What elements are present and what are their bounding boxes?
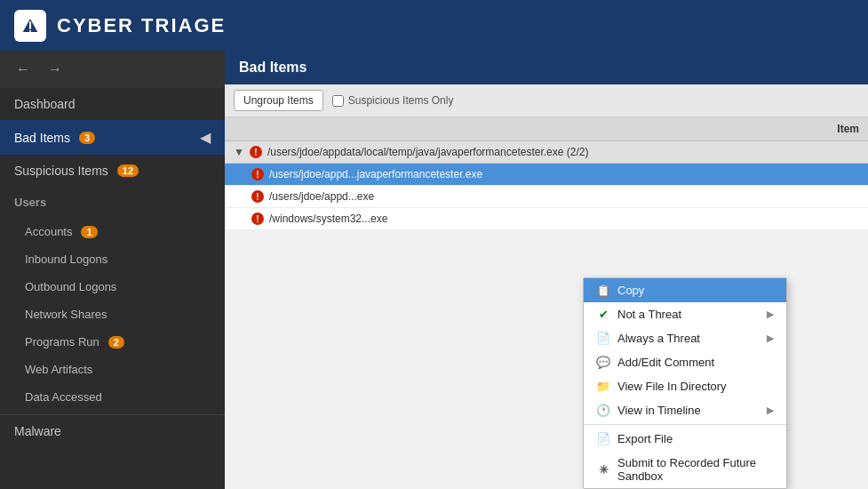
submenu-arrow-icon2: ▶ — [767, 333, 774, 344]
bad-items-badge: 3 — [79, 132, 95, 144]
content-title: Bad Items — [225, 51, 868, 84]
table-row[interactable]: ! /users/jdoe/appd...exe — [225, 186, 868, 208]
submenu-arrow-icon: ▶ — [767, 309, 774, 320]
context-menu-item-submit-sandbox[interactable]: ✳ Submit to Recorded Future Sandbox — [584, 451, 786, 488]
context-menu-item-export-file[interactable]: 📄 Export File — [584, 427, 786, 451]
context-menu-item-view-file[interactable]: 📁 View File In Directory — [584, 374, 786, 398]
context-menu-item-add-comment[interactable]: 💬 Add/Edit Comment — [584, 350, 786, 374]
data-accessed-label: Data Accessed — [25, 390, 102, 404]
sidebar: ← → Dashboard Bad Items 3 ◀ Suspicious I… — [0, 51, 225, 489]
app-title: CYBER TRIAGE — [57, 14, 226, 37]
programs-run-label: Programs Run — [25, 335, 100, 349]
expand-icon: ▼ — [234, 146, 244, 158]
threat-icon-row2: ! — [251, 190, 264, 203]
context-menu-item-view-timeline[interactable]: 🕐 View in Timeline ▶ — [584, 398, 786, 422]
programs-run-badge: 2 — [108, 336, 124, 349]
bad-items-label: Bad Items — [14, 131, 70, 145]
copy-icon: 📋 — [596, 284, 610, 297]
users-label: Users — [14, 196, 46, 209]
row2-path: /users/jdoe/appd...exe — [269, 190, 374, 203]
submit-sandbox-label: Submit to Recorded Future Sandbox — [617, 456, 774, 483]
sidebar-item-dashboard[interactable]: Dashboard — [0, 88, 225, 120]
sidebar-item-data-accessed[interactable]: Data Accessed — [0, 383, 225, 411]
context-menu-item-always-a-threat[interactable]: 📄 Always a Threat ▶ — [584, 326, 786, 350]
content-area: Bad Items Ungroup Items Suspicious Items… — [225, 51, 868, 489]
export-file-label: Export File — [617, 432, 673, 445]
web-artifacts-label: Web Artifacts — [25, 363, 92, 376]
menu-divider — [584, 424, 786, 425]
sidebar-item-accounts[interactable]: Accounts 1 — [0, 218, 225, 245]
app-header: CYBER TRIAGE — [0, 0, 868, 51]
nav-forward-button[interactable]: → — [43, 60, 68, 79]
sidebar-item-network-shares[interactable]: Network Shares — [0, 301, 225, 328]
suspicious-only-checkbox[interactable] — [332, 95, 344, 107]
outbound-logons-label: Outbound Logons — [25, 280, 116, 293]
group-row-label: /users/jdoe/appdata/local/temp/java/java… — [267, 146, 589, 158]
add-comment-label: Add/Edit Comment — [617, 356, 714, 369]
table-row[interactable]: ! /users/jdoe/appd...javaperformancetest… — [225, 164, 868, 186]
main-layout: ← → Dashboard Bad Items 3 ◀ Suspicious I… — [0, 51, 868, 489]
network-shares-label: Network Shares — [25, 308, 107, 321]
view-file-label: View File In Directory — [617, 380, 727, 393]
suspicious-items-label: Suspicious Items — [14, 164, 108, 178]
sidebar-item-programs-run[interactable]: Programs Run 2 — [0, 328, 225, 356]
malware-label: Malware — [14, 424, 61, 438]
toolbar: Ungroup Items Suspicious Items Only — [225, 84, 868, 117]
sidebar-item-inbound-logons[interactable]: Inbound Logons — [0, 245, 225, 273]
table-area: Item ▼ ! /users/jdoe/appdata/local/temp/… — [225, 117, 868, 489]
recorded-future-icon: ✳ — [596, 463, 610, 477]
row1-path: /users/jdoe/appd...javaperformancetester… — [269, 168, 482, 180]
table-row[interactable]: ! /windows/system32...exe — [225, 208, 868, 230]
suspicious-only-label[interactable]: Suspicious Items Only — [332, 94, 454, 107]
folder-icon: 📁 — [596, 380, 610, 393]
users-section-header: Users — [0, 187, 225, 218]
column-item-header: Item — [837, 123, 859, 135]
table-header: Item — [225, 117, 868, 141]
check-icon: ✔ — [596, 308, 610, 321]
sidebar-item-suspicious-items[interactable]: Suspicious Items 12 — [0, 155, 225, 187]
view-timeline-label: View in Timeline — [617, 404, 701, 417]
nav-arrows: ← → — [0, 51, 225, 88]
sidebar-item-outbound-logons[interactable]: Outbound Logons — [0, 273, 225, 301]
nav-back-button[interactable]: ← — [11, 60, 36, 79]
svg-point-2 — [29, 30, 31, 32]
sidebar-item-malware[interactable]: Malware — [0, 414, 225, 447]
sidebar-item-bad-items[interactable]: Bad Items 3 ◀ — [0, 120, 225, 155]
context-menu: 📋 Copy ✔ Not a Threat ▶ 📄 Always a Threa… — [583, 277, 787, 489]
accounts-label: Accounts — [25, 225, 72, 238]
group-row[interactable]: ▼ ! /users/jdoe/appdata/local/temp/java/… — [225, 141, 868, 164]
export-icon: 📄 — [596, 432, 610, 445]
sidebar-item-web-artifacts[interactable]: Web Artifacts — [0, 356, 225, 383]
context-menu-item-not-a-threat[interactable]: ✔ Not a Threat ▶ — [584, 302, 786, 326]
copy-label: Copy — [617, 284, 644, 297]
dashboard-label: Dashboard — [14, 97, 76, 111]
submenu-arrow-icon3: ▶ — [767, 405, 774, 416]
collapse-arrow-icon: ◀ — [200, 129, 211, 146]
inbound-logons-label: Inbound Logons — [25, 253, 108, 266]
threat-icon-group: ! — [250, 146, 262, 158]
not-a-threat-label: Not a Threat — [617, 308, 681, 321]
threat-icon-row1: ! — [251, 168, 264, 180]
timeline-icon: 🕐 — [596, 404, 610, 417]
document-icon: 📄 — [596, 332, 610, 345]
comment-icon: 💬 — [596, 356, 610, 369]
ungroup-items-button[interactable]: Ungroup Items — [234, 90, 323, 111]
always-a-threat-label: Always a Threat — [617, 332, 700, 345]
suspicious-items-badge: 12 — [117, 164, 139, 177]
app-logo — [14, 10, 46, 42]
accounts-badge: 1 — [81, 226, 97, 238]
threat-icon-row3: ! — [251, 212, 264, 225]
row3-path: /windows/system32...exe — [269, 212, 387, 225]
context-menu-item-copy[interactable]: 📋 Copy — [584, 278, 786, 302]
